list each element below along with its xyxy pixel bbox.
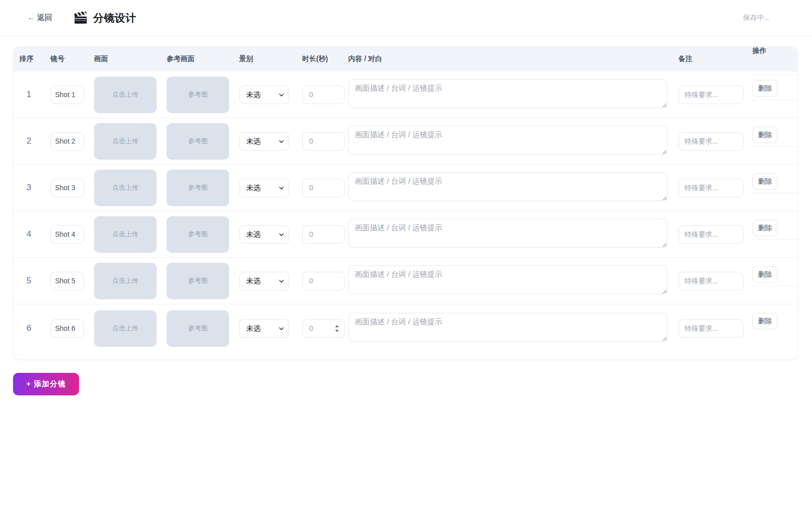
save-status: 保存中... (743, 14, 770, 23)
delete-row-button[interactable]: 删除 (752, 266, 777, 283)
header-duration: 时长(秒) (302, 55, 348, 64)
notes-input[interactable] (678, 86, 743, 104)
chevron-down-icon (278, 278, 285, 284)
duration-value: 0 (309, 137, 313, 145)
delete-row-button[interactable]: 删除 (752, 173, 777, 190)
row-order-number: 3 (20, 183, 31, 193)
reference-image-box[interactable]: 参考图 (167, 170, 229, 206)
notes-input[interactable] (678, 225, 743, 244)
content-dialogue-textarea[interactable] (348, 172, 667, 201)
chevron-down-icon (278, 92, 285, 98)
shot-type-select[interactable]: 未选 (239, 86, 289, 104)
header-actions: 操作 (752, 47, 797, 72)
topbar: ← 返回 分镜设计 保存中... (0, 0, 812, 36)
content-dialogue-textarea[interactable] (348, 265, 667, 294)
table-row: 4 点击上传 参考图 未选 0 (14, 211, 797, 258)
duration-value: 0 (309, 184, 313, 192)
delete-row-button[interactable]: 删除 (752, 220, 777, 236)
shot-type-value: 未选 (246, 183, 261, 193)
shot-type-select[interactable]: 未选 (239, 179, 289, 197)
delete-row-button[interactable]: 删除 (752, 313, 777, 329)
duration-input[interactable]: 0 (302, 86, 345, 104)
header-content: 内容 / 对白 (348, 55, 678, 64)
frame-upload-box[interactable]: 点击上传 (94, 216, 157, 253)
shot-number-input[interactable] (51, 179, 84, 197)
duration-input[interactable]: 0 (302, 132, 345, 151)
storyboard-table: 排序 镜号 画面 参考画面 景别 时长(秒) 内容 / 对白 备注 操作 1 点… (13, 46, 798, 360)
shot-number-input[interactable] (51, 319, 84, 338)
row-order-number: 4 (20, 229, 31, 239)
content-dialogue-textarea[interactable] (348, 219, 667, 248)
header-reference: 参考画面 (167, 55, 239, 64)
chevron-down-icon (278, 325, 285, 332)
table-row: 1 点击上传 参考图 未选 0 (14, 72, 797, 118)
notes-input[interactable] (678, 179, 743, 197)
header-frame: 画面 (94, 55, 167, 64)
duration-value: 0 (309, 91, 313, 99)
page-title: 分镜设计 (93, 11, 136, 25)
shot-number-input[interactable] (51, 225, 84, 244)
table-row: 3 点击上传 参考图 未选 0 (14, 165, 797, 211)
frame-upload-box[interactable]: 点击上传 (94, 77, 157, 113)
shot-number-input[interactable] (51, 272, 84, 290)
back-button[interactable]: ← 返回 (28, 13, 52, 23)
duration-input[interactable]: 0 (302, 319, 345, 338)
row-order-number: 5 (20, 276, 31, 286)
add-shot-button[interactable]: + 添加分镜 (13, 373, 79, 395)
frame-upload-box[interactable]: 点击上传 (94, 263, 157, 299)
clapperboard-icon (74, 12, 88, 25)
chevron-down-icon (278, 138, 285, 145)
table-row: 5 点击上传 参考图 未选 0 (14, 258, 797, 304)
number-spinner[interactable] (334, 324, 340, 333)
content-dialogue-textarea[interactable] (348, 313, 667, 342)
row-order-number: 2 (20, 136, 31, 146)
chevron-down-icon (278, 185, 285, 191)
shot-type-value: 未选 (246, 137, 261, 146)
reference-image-box[interactable]: 参考图 (167, 310, 229, 347)
reference-image-box[interactable]: 参考图 (167, 123, 229, 160)
shot-number-input[interactable] (51, 86, 84, 104)
chevron-down-icon (278, 231, 285, 238)
shot-type-select[interactable]: 未选 (239, 272, 289, 290)
notes-input[interactable] (678, 319, 743, 338)
header-shot-type: 景别 (239, 55, 302, 64)
header-shot: 镜号 (51, 55, 94, 64)
shot-type-select[interactable]: 未选 (239, 225, 289, 244)
frame-upload-box[interactable]: 点击上传 (94, 170, 157, 206)
delete-row-button[interactable]: 删除 (752, 127, 777, 143)
content-dialogue-textarea[interactable] (348, 126, 667, 155)
reference-image-box[interactable]: 参考图 (167, 216, 229, 253)
duration-value: 0 (309, 277, 313, 285)
row-order-number: 1 (20, 90, 31, 100)
shot-type-value: 未选 (246, 276, 261, 286)
page-title-group: 分镜设计 (74, 11, 136, 25)
shot-type-value: 未选 (246, 90, 261, 100)
table-header-row: 排序 镜号 画面 参考画面 景别 时长(秒) 内容 / 对白 备注 操作 (14, 47, 797, 72)
shot-type-select[interactable]: 未选 (239, 132, 289, 151)
reference-image-box[interactable]: 参考图 (167, 77, 229, 113)
shot-number-input[interactable] (51, 132, 84, 151)
duration-value: 0 (309, 324, 313, 332)
shot-type-value: 未选 (246, 324, 261, 333)
row-order-number: 6 (20, 323, 31, 333)
header-notes: 备注 (678, 55, 752, 64)
table-row: 6 点击上传 参考图 未选 0 (14, 304, 797, 352)
reference-image-box[interactable]: 参考图 (167, 263, 229, 299)
duration-input[interactable]: 0 (302, 225, 345, 244)
delete-row-button[interactable]: 删除 (752, 80, 777, 97)
duration-value: 0 (309, 230, 313, 238)
duration-input[interactable]: 0 (302, 272, 345, 290)
header-order: 排序 (20, 55, 51, 64)
shot-type-value: 未选 (246, 230, 261, 239)
shot-type-select[interactable]: 未选 (239, 319, 289, 338)
notes-input[interactable] (678, 132, 743, 151)
frame-upload-box[interactable]: 点击上传 (94, 123, 157, 160)
frame-upload-box[interactable]: 点击上传 (94, 310, 157, 347)
content-dialogue-textarea[interactable] (348, 79, 667, 108)
notes-input[interactable] (678, 272, 743, 290)
duration-input[interactable]: 0 (302, 179, 345, 197)
table-row: 2 点击上传 参考图 未选 0 (14, 118, 797, 165)
